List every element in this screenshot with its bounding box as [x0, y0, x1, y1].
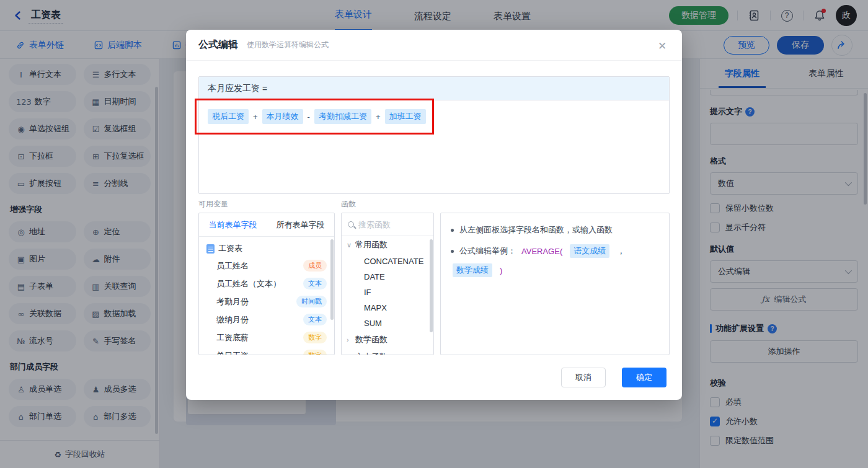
example-token: 数学成绩	[453, 263, 492, 277]
modal-subtitle: 使用数学运算符编辑公式	[247, 40, 329, 50]
field-type-badge: 成员	[303, 260, 327, 272]
field-type-badge: 时间戳	[296, 296, 327, 307]
screen: 工资表 表单设计 流程设定 表单设置 数据管理 ? 政	[0, 0, 868, 468]
variable-field-row[interactable]: 工资底薪 数字	[199, 329, 334, 347]
close-icon[interactable]: ✕	[655, 38, 670, 53]
variables-label: 可用变量	[198, 199, 228, 210]
function-row[interactable]: MAPX	[342, 300, 433, 316]
function-row[interactable]: CONCATENATE	[342, 254, 433, 269]
variable-field-row[interactable]: 单日工资 数字	[199, 347, 334, 355]
caret-icon: ∨	[347, 241, 355, 249]
cancel-button[interactable]: 取消	[561, 368, 606, 387]
function-row[interactable]: SUM	[342, 316, 433, 331]
formula-token[interactable]: 加班工资	[385, 109, 426, 124]
functions-label: 函数	[341, 199, 356, 210]
formula-target: 本月应发工资 =	[199, 77, 669, 100]
formula-token[interactable]: +	[375, 112, 381, 121]
function-row[interactable]: › 文本函数	[342, 348, 433, 355]
example-token: 语文成绩	[570, 244, 609, 258]
field-type-badge: 文本	[303, 278, 327, 289]
modal-footer: 取消 确定	[561, 368, 666, 387]
formula-token[interactable]: 考勤扣减工资	[314, 109, 371, 124]
variables-scrollbar[interactable]	[330, 239, 334, 320]
function-row[interactable]: › 数学函数	[342, 331, 433, 348]
function-row[interactable]: DATE	[342, 269, 433, 285]
formula-editor[interactable]: 本月应发工资 = 税后工资+本月绩效-考勤扣减工资+加班工资	[198, 76, 670, 194]
variable-field-row[interactable]: 员工姓名 成员	[199, 257, 334, 275]
form-doc-icon	[206, 244, 215, 254]
field-type-badge: 文本	[303, 314, 327, 325]
search-icon	[348, 221, 354, 227]
formula-token[interactable]: -	[307, 112, 311, 121]
variables-tab[interactable]: 当前表单字段	[199, 213, 267, 236]
field-type-badge: 数字	[303, 350, 327, 355]
function-row[interactable]: ∨ 常用函数	[342, 236, 433, 254]
functions-scrollbar[interactable]	[430, 239, 433, 332]
confirm-button[interactable]: 确定	[622, 368, 666, 387]
modal-header: 公式编辑 使用数学运算符编辑公式	[186, 30, 682, 61]
formula-tips-panel: 从左侧面板选择字段名和函数，或输入函数 公式编辑举例：AVERAGE(语文成绩，…	[440, 213, 670, 355]
variable-field-row[interactable]: 员工姓名（文本） 文本	[199, 275, 334, 293]
formula-token[interactable]: +	[252, 112, 259, 121]
modal-title: 公式编辑	[198, 38, 238, 51]
function-search[interactable]	[342, 213, 433, 236]
formula-token[interactable]: 本月绩效	[262, 109, 303, 124]
function-row[interactable]: IF	[342, 285, 433, 300]
field-type-badge: 数字	[303, 332, 327, 343]
formula-token[interactable]: 税后工资	[208, 109, 249, 124]
functions-panel: ∨ 常用函数 CONCATENATE DATE IF MAPX	[341, 213, 434, 355]
variables-tree-root[interactable]: 工资表	[199, 237, 334, 257]
variable-field-row[interactable]: 考勤月份 时间戳	[199, 293, 334, 311]
caret-icon: ›	[347, 336, 355, 343]
formula-expression[interactable]: 税后工资+本月绩效-考勤扣减工资+加班工资	[199, 100, 669, 133]
variables-tab[interactable]: 所有表单字段	[267, 213, 334, 236]
formula-editor-modal: 公式编辑 使用数学运算符编辑公式 ✕ 本月应发工资 = 税后工资+本月绩效-考勤…	[186, 30, 682, 400]
caret-icon: ›	[347, 353, 355, 355]
variables-panel: 当前表单字段 所有表单字段 工资表 员工姓名 成员 员工姓名（文本） 文本	[198, 213, 335, 355]
function-search-input[interactable]	[358, 220, 414, 229]
tip-line-1: 从左侧面板选择字段名和函数，或输入函数	[451, 224, 659, 236]
tip-line-2: 公式编辑举例：AVERAGE(语文成绩，数学成绩)	[451, 244, 659, 277]
variable-field-row[interactable]: 缴纳月份 文本	[199, 311, 334, 329]
